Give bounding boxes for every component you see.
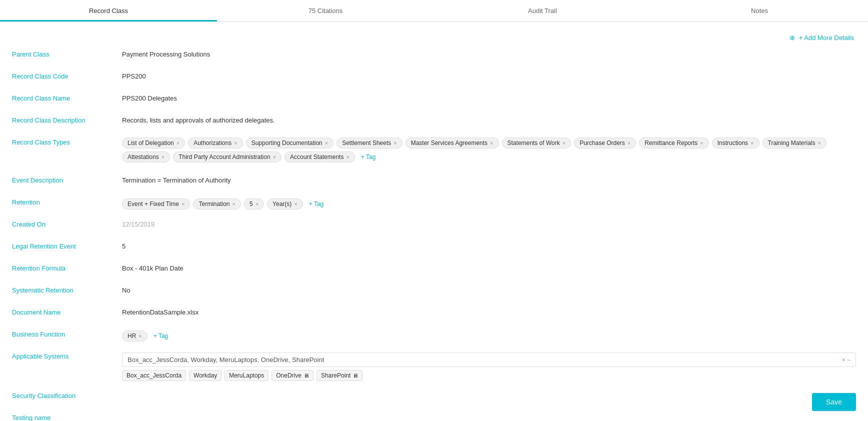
monitor-icon-onedrive: 🖥 xyxy=(304,372,309,378)
tab-record-class[interactable]: Record Class xyxy=(0,0,217,22)
business-function-value: HR × + Tag xyxy=(122,330,856,342)
remove-tag-5[interactable]: × xyxy=(256,201,258,207)
remove-tag-authorizations[interactable]: × xyxy=(234,140,237,146)
remove-tag-account-statements[interactable]: × xyxy=(346,154,349,160)
tab-notes[interactable]: Notes xyxy=(651,0,868,22)
document-name-label: Document Name xyxy=(12,308,122,316)
record-class-name-row: Record Class Name PPS200 Delegates xyxy=(12,94,856,106)
parent-class-value: Payment Processing Solutions xyxy=(122,50,856,58)
legal-retention-event-label: Legal Retention Event xyxy=(12,242,122,250)
tag-purchase-orders: Purchase Orders × xyxy=(574,138,636,148)
retention-formula-row: Retention Formula Box - 401k Plan Date xyxy=(12,264,856,276)
tab-citations[interactable]: 75 Citations xyxy=(217,0,434,22)
remove-tag-instructions[interactable]: × xyxy=(750,140,754,146)
add-more-details-link[interactable]: ⊕ + Add More Details xyxy=(12,30,856,50)
document-name-row: Document Name RetentionDataSample.xlsx xyxy=(12,308,856,320)
record-class-description-label: Record Class Description xyxy=(12,116,122,124)
tab-bar: Record Class 75 Citations Audit Trail No… xyxy=(0,0,868,22)
remove-tag-master-services-agreements[interactable]: × xyxy=(490,140,493,146)
retention-formula-value: Box - 401k Plan Date xyxy=(122,264,856,272)
event-description-label: Event Description xyxy=(12,176,122,184)
remove-tag-purchase-orders[interactable]: × xyxy=(628,140,630,146)
systematic-retention-row: Systematic Retention No xyxy=(12,286,856,298)
legal-retention-event-value: 5 xyxy=(122,242,856,250)
sys-chip-box: Box_acc_JessCorda xyxy=(122,370,186,381)
tag-account-statements: Account Statements × xyxy=(284,152,355,162)
tag-instructions: Instructions × xyxy=(712,138,760,148)
remove-tag-settlement-sheets[interactable]: × xyxy=(394,140,396,146)
record-class-types-label: Record Class Types xyxy=(12,138,122,146)
business-function-row: Business Function HR × + Tag xyxy=(12,330,856,342)
tag-attestations: Attestations × xyxy=(122,152,170,162)
record-class-types-row: Record Class Types List of Delegation × … xyxy=(12,138,856,166)
systematic-retention-label: Systematic Retention xyxy=(12,286,122,294)
record-class-description-value: Records, lists and approvals of authoriz… xyxy=(122,116,856,124)
sys-chip-sharepoint: SharePoint 🖥 xyxy=(316,370,362,381)
add-business-function-tag[interactable]: + Tag xyxy=(150,331,171,341)
security-classification-value xyxy=(122,391,856,392)
remove-tag-termination[interactable]: × xyxy=(232,201,236,207)
applicable-systems-chips: Box_acc_JessCorda Workday MeruLaptops On… xyxy=(122,370,856,381)
security-classification-row: Security Classification xyxy=(12,391,856,403)
remove-tag-third-party-account-administration[interactable]: × xyxy=(273,154,276,160)
systematic-retention-value: No xyxy=(122,286,856,294)
tag-statements-of-work: Statements of Work × xyxy=(502,138,572,148)
remove-tag-supporting-documentation[interactable]: × xyxy=(325,140,328,146)
record-class-code-value: PPS200 xyxy=(122,72,856,80)
tag-supporting-documentation: Supporting Documentation × xyxy=(246,138,334,148)
created-on-value: 12/15/2019 xyxy=(122,220,856,228)
tag-5: 5 × xyxy=(244,198,264,210)
testing-name-value xyxy=(122,413,856,414)
business-function-tags: HR × + Tag xyxy=(122,330,856,342)
add-record-class-type-tag[interactable]: + Tag xyxy=(358,152,378,162)
applicable-systems-value: Box_acc_JessCorda, Workday, MeruLaptops,… xyxy=(122,352,856,381)
record-class-name-value: PPS200 Delegates xyxy=(122,94,856,102)
tag-list-of-delegation: List of Delegation × xyxy=(122,138,185,148)
remove-tag-hr[interactable]: × xyxy=(138,333,142,339)
retention-label: Retention xyxy=(12,198,122,206)
remove-tag-event-fixed-time[interactable]: × xyxy=(182,201,184,207)
tag-authorizations: Authorizations × xyxy=(188,138,242,148)
event-description-row: Event Description Termination = Terminat… xyxy=(12,176,856,188)
applicable-systems-input-text: Box_acc_JessCorda, Workday, MeruLaptops,… xyxy=(128,356,324,364)
remove-tag-statements-of-work[interactable]: × xyxy=(562,140,566,146)
applicable-systems-row: Applicable Systems Box_acc_JessCorda, Wo… xyxy=(12,352,856,381)
parent-class-row: Parent Class Payment Processing Solution… xyxy=(12,50,856,62)
remove-tag-list-of-delegation[interactable]: × xyxy=(176,140,180,146)
record-class-types-row1: List of Delegation × Authorizations × Su… xyxy=(122,138,856,148)
remove-tag-years[interactable]: × xyxy=(294,201,297,207)
add-retention-tag[interactable]: + Tag xyxy=(306,199,326,209)
applicable-systems-clear-button[interactable]: × − xyxy=(842,356,850,364)
created-on-row: Created On 12/15/2019 xyxy=(12,220,856,232)
record-class-description-row: Record Class Description Records, lists … xyxy=(12,116,856,128)
main-content: ⊕ + Add More Details Parent Class Paymen… xyxy=(0,22,868,421)
retention-tags: Event + Fixed Time × Termination × 5 × Y… xyxy=(122,198,856,210)
add-more-details-label: + Add More Details xyxy=(799,34,854,42)
business-function-label: Business Function xyxy=(12,330,122,338)
record-class-types-tags: List of Delegation × Authorizations × Su… xyxy=(122,138,856,166)
sys-chip-merulaptops: MeruLaptops xyxy=(224,370,268,381)
record-class-name-label: Record Class Name xyxy=(12,94,122,102)
testing-name-row: Testing name xyxy=(12,413,856,421)
tag-hr: HR × xyxy=(122,330,148,342)
tag-remittance-reports: Remittance Reports × xyxy=(639,138,708,148)
event-description-value: Termination = Termination of Authority xyxy=(122,176,856,184)
applicable-systems-input[interactable]: Box_acc_JessCorda, Workday, MeruLaptops,… xyxy=(122,352,856,367)
remove-tag-training-materials[interactable]: × xyxy=(818,140,820,146)
remove-tag-remittance-reports[interactable]: × xyxy=(700,140,703,146)
retention-row: Retention Event + Fixed Time × Terminati… xyxy=(12,198,856,210)
retention-value: Event + Fixed Time × Termination × 5 × Y… xyxy=(122,198,856,210)
save-button[interactable]: Save xyxy=(812,393,856,411)
record-class-code-label: Record Class Code xyxy=(12,72,122,80)
testing-name-label: Testing name xyxy=(12,413,122,421)
parent-class-label: Parent Class xyxy=(12,50,122,58)
document-name-value: RetentionDataSample.xlsx xyxy=(122,308,856,316)
retention-formula-label: Retention Formula xyxy=(12,264,122,272)
created-on-label: Created On xyxy=(12,220,122,228)
tag-termination: Termination × xyxy=(193,198,240,210)
tab-audit-trail[interactable]: Audit Trail xyxy=(434,0,651,22)
security-classification-label: Security Classification xyxy=(12,391,122,400)
legal-retention-event-row: Legal Retention Event 5 xyxy=(12,242,856,254)
tag-event-fixed-time: Event + Fixed Time × xyxy=(122,198,190,210)
remove-tag-attestations[interactable]: × xyxy=(162,154,164,160)
